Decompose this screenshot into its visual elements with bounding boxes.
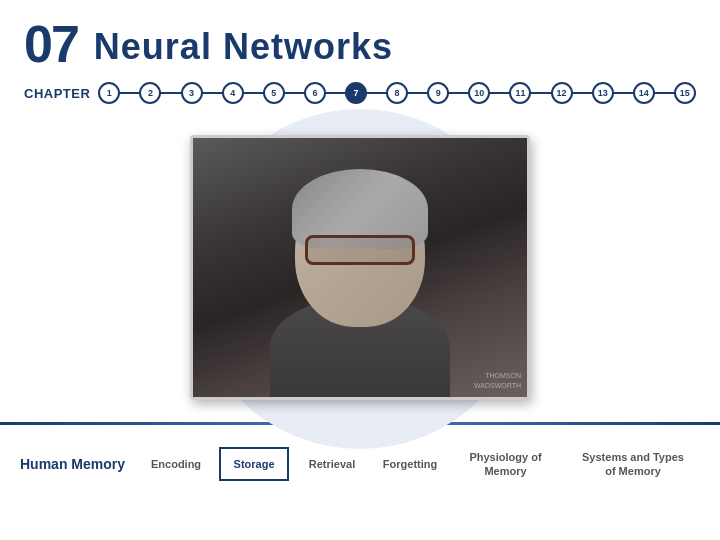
section-label: Human Memory [20,456,125,473]
nav-dot-12[interactable]: 12 [551,82,573,104]
bottom-tabs: Encoding Storage Retrieval Forgetting Ph… [141,441,700,488]
tab-systems[interactable]: Systems and Types of Memory [566,441,700,488]
nav-dot-11[interactable]: 11 [509,82,531,104]
header: 07 Neural Networks [0,0,720,78]
nav-dot-5[interactable]: 5 [263,82,285,104]
video-watermark: THOMSON WADSWORTH [474,371,521,391]
video-player[interactable]: THOMSON WADSWORTH [190,135,530,400]
nav-dot-9[interactable]: 9 [427,82,449,104]
chapter-number: 07 [24,18,78,70]
nav-dot-4[interactable]: 4 [222,82,244,104]
nav-dot-13[interactable]: 13 [592,82,614,104]
chapter-label: Chapter [24,86,90,101]
nav-dot-8[interactable]: 8 [386,82,408,104]
watermark-line1: THOMSON [474,371,521,381]
person-silhouette [250,157,470,397]
tab-retrieval[interactable]: Retrieval [297,448,367,480]
tab-storage[interactable]: Storage [219,447,289,481]
glasses-shape [305,235,415,265]
nav-line: 1 2 3 4 5 6 7 8 9 10 11 12 13 14 15 [98,82,696,104]
nav-dot-1[interactable]: 1 [98,82,120,104]
tab-forgetting[interactable]: Forgetting [375,448,445,480]
chapter-nav: Chapter 1 2 3 4 5 6 7 8 9 10 11 12 13 14… [0,78,720,112]
watermark-line2: WADSWORTH [474,381,521,391]
video-frame: THOMSON WADSWORTH [193,138,527,397]
nav-dot-14[interactable]: 14 [633,82,655,104]
tab-encoding[interactable]: Encoding [141,448,211,480]
tab-physiology[interactable]: Physiology of Memory [453,441,558,488]
main-content: THOMSON WADSWORTH [0,112,720,412]
nav-dot-10[interactable]: 10 [468,82,490,104]
nav-dot-15[interactable]: 15 [674,82,696,104]
chapter-title: Neural Networks [94,18,393,68]
nav-dot-3[interactable]: 3 [181,82,203,104]
nav-dot-7[interactable]: 7 [345,82,367,104]
nav-dots: 1 2 3 4 5 6 7 8 9 10 11 12 13 14 15 [98,82,696,104]
nav-dot-6[interactable]: 6 [304,82,326,104]
nav-dot-2[interactable]: 2 [139,82,161,104]
